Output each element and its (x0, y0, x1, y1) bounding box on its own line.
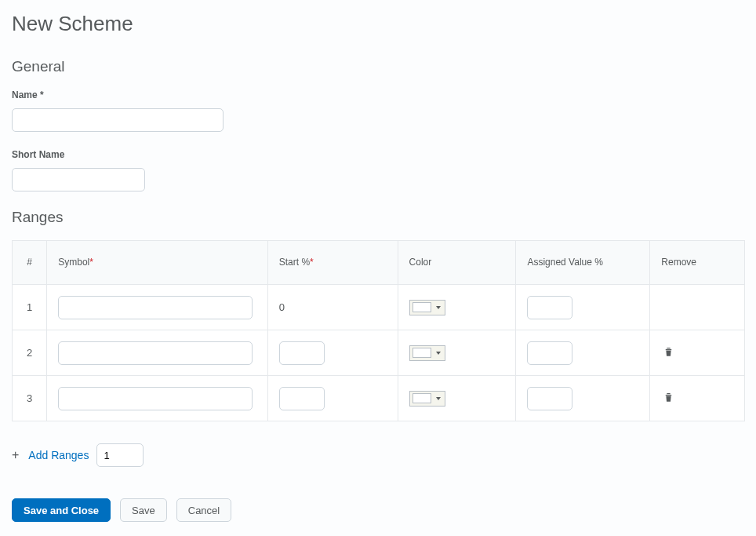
start-input[interactable] (279, 387, 325, 410)
save-and-close-button[interactable]: Save and Close (12, 498, 111, 522)
table-row: 1 0 (13, 285, 745, 330)
col-header-start: Start %* (267, 241, 398, 285)
color-swatch (413, 393, 431, 403)
chevron-down-icon (436, 352, 441, 355)
trash-icon (663, 391, 674, 403)
row-number: 1 (13, 285, 47, 330)
col-header-num: # (13, 241, 47, 285)
short-name-label: Short Name (12, 149, 744, 160)
symbol-input[interactable] (58, 296, 253, 319)
button-row: Save and Close Save Cancel (12, 498, 744, 522)
col-header-start-text: Start % (279, 257, 310, 268)
save-button[interactable]: Save (120, 498, 167, 522)
add-ranges-count-input[interactable] (96, 443, 144, 467)
color-swatch (413, 302, 431, 312)
start-input[interactable] (279, 341, 325, 365)
assigned-value-input[interactable] (527, 296, 572, 319)
short-name-input[interactable] (12, 168, 145, 191)
name-label: Name * (12, 89, 744, 100)
table-row: 2 (13, 330, 745, 376)
required-star: * (310, 257, 314, 268)
plus-icon: + (12, 448, 19, 462)
add-ranges-row: + Add Ranges (12, 443, 744, 467)
col-header-symbol-text: Symbol (58, 257, 89, 268)
general-heading: General (12, 58, 744, 75)
col-header-assigned: Assigned Value % (516, 241, 650, 285)
required-star: * (89, 257, 93, 268)
row-number: 3 (13, 376, 47, 421)
ranges-heading: Ranges (12, 209, 744, 226)
col-header-remove: Remove (650, 241, 745, 285)
symbol-input[interactable] (58, 387, 253, 410)
table-row: 3 (13, 376, 745, 421)
ranges-table: # Symbol* Start %* Color Assigned Value … (12, 240, 745, 421)
color-swatch (413, 348, 431, 358)
col-header-symbol: Symbol* (47, 241, 268, 285)
add-ranges-link[interactable]: Add Ranges (28, 449, 89, 461)
remove-button[interactable] (661, 344, 676, 362)
col-header-color: Color (398, 241, 516, 285)
row-number: 2 (13, 330, 47, 376)
chevron-down-icon (436, 306, 441, 309)
color-picker[interactable] (409, 391, 445, 407)
remove-button[interactable] (661, 389, 676, 407)
assigned-value-input[interactable] (527, 387, 572, 410)
start-static: 0 (279, 301, 285, 313)
assigned-value-input[interactable] (527, 341, 572, 365)
name-input[interactable] (12, 108, 224, 132)
trash-icon (663, 345, 674, 358)
symbol-input[interactable] (58, 341, 253, 365)
required-star: * (40, 89, 44, 100)
cancel-button[interactable]: Cancel (176, 498, 231, 522)
color-picker[interactable] (409, 300, 445, 315)
chevron-down-icon (436, 397, 441, 400)
page-title: New Scheme (12, 12, 744, 36)
color-picker[interactable] (409, 345, 445, 361)
name-label-text: Name (12, 89, 38, 100)
